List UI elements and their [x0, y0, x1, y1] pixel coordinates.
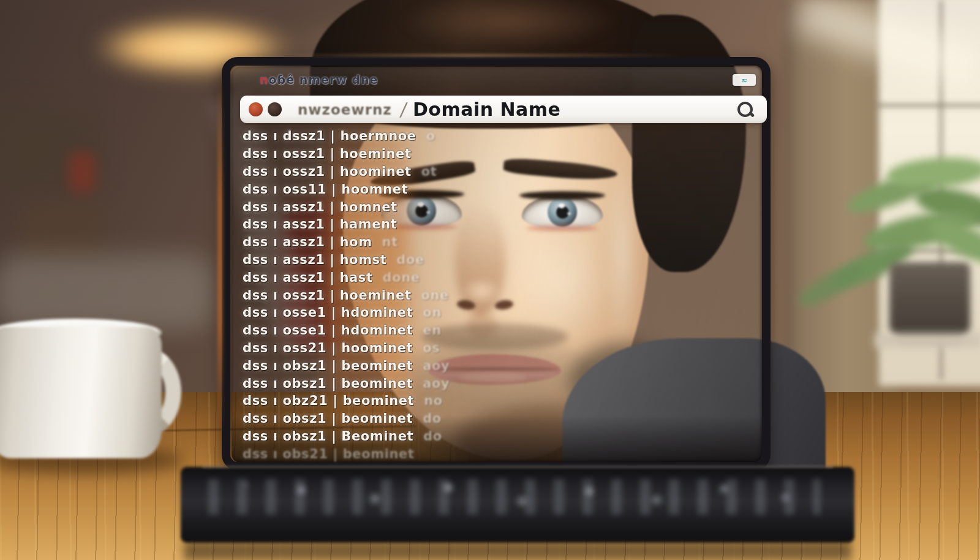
row-main-text: dss ı obz21 | beominet	[243, 393, 414, 408]
row-tail-text: en	[423, 323, 441, 338]
row-tail-text: one	[421, 288, 449, 303]
row-main-text: dss ı obsz1 | beominet	[243, 376, 413, 391]
row-main-text: dss ı obsz1 | Beominet	[243, 429, 413, 444]
domain-row[interactable]: dss ı obs21 | beominet	[243, 445, 708, 463]
domain-row[interactable]: dss ı osse1 | hdominet on	[243, 304, 708, 322]
scene: noɓê nmerw dne ≈ nwzoewrnz / Domain Name…	[0, 0, 980, 560]
domain-row[interactable]: dss ı obsz1 | Beominet do	[243, 428, 708, 445]
browser-badge[interactable]: ≈	[733, 74, 756, 86]
blurred-red-object	[69, 152, 96, 192]
plant-pot	[889, 262, 970, 341]
domain-row[interactable]: dss ı dssz1 | hoermnoe o	[243, 127, 708, 145]
row-tail-text: aoy	[423, 376, 450, 391]
row-tail-text: aoy	[423, 358, 450, 373]
windowsill	[875, 333, 980, 348]
keyboard-keys-blur	[208, 479, 821, 515]
table-reflection	[184, 542, 851, 560]
row-main-text: dss ı ossz1 | hoeminet	[243, 288, 412, 303]
search-query-garble: nwzoewrnz	[298, 102, 392, 118]
row-main-text: dss ı obs21 | beominet	[243, 447, 415, 461]
row-main-text: dss ı assz1 | hom	[243, 235, 372, 249]
magnifier-icon[interactable]	[737, 102, 753, 118]
row-tail-text: doe	[396, 252, 424, 267]
domain-row[interactable]: dss ı obsz1 | beominet aoy	[243, 357, 708, 374]
browser-title: noɓê nmerw dne	[260, 73, 378, 86]
row-tail-text: ot	[421, 164, 437, 179]
row-tail-text: os	[423, 341, 440, 355]
row-main-text: dss ı obsz1 | beominet	[243, 358, 413, 373]
bezel-top-light	[257, 54, 686, 57]
row-main-text: dss ı osse1 | hdominet	[243, 323, 413, 338]
domain-row[interactable]: dss ı oss11 | hoomnet	[243, 180, 708, 198]
teal-scribble-icon: ≈	[741, 76, 747, 85]
row-tail-text: do	[423, 429, 442, 444]
results-list: dss ı dssz1 | hoermnoe o dss ı ossz1 | h…	[243, 127, 708, 463]
row-main-text: dss ı obsz1 | beominet	[243, 411, 413, 426]
window-control-dot-red[interactable]	[249, 102, 263, 116]
window-control-dot-dark[interactable]	[268, 102, 282, 116]
domain-row[interactable]: dss ı obsz1 | beominet aoy	[243, 374, 708, 392]
domain-row[interactable]: dss ı assz1 | hom nt	[243, 233, 708, 251]
row-main-text: dss ı assz1 | hament	[243, 217, 397, 232]
row-main-text: dss ı dssz1 | hoermnoe	[243, 129, 417, 143]
browser-title-text: oɓê nmerw dne	[269, 73, 379, 86]
laptop-hinge	[202, 466, 833, 468]
row-main-text: dss ı assz1 | homst	[243, 252, 386, 267]
domain-row[interactable]: dss ı assz1 | homst doe	[243, 251, 708, 269]
row-main-text: dss ı oss11 | hoomnet	[243, 182, 408, 197]
search-query-text: Domain Name	[413, 99, 561, 120]
row-main-text: dss ı osse1 | hdominet	[243, 305, 413, 320]
bezel-rim-light	[218, 74, 222, 435]
row-tail-text: nt	[382, 235, 398, 249]
domain-row[interactable]: dss ı oss21 | hoominet os	[243, 339, 708, 357]
domain-row[interactable]: dss ı osse1 | hdominet en	[243, 322, 708, 339]
domain-row[interactable]: dss ı ossz1 | hoeminet	[243, 145, 708, 163]
mug-body	[0, 327, 162, 458]
domain-row[interactable]: dss ı ossz1 | hoominet ot	[243, 163, 708, 181]
browser-title-accent: n	[260, 73, 269, 86]
row-tail-text: do	[423, 411, 442, 426]
domain-row[interactable]: dss ı ossz1 | hoeminet one	[243, 286, 708, 304]
domain-row[interactable]: dss ı obsz1 | beominet do	[243, 410, 708, 428]
domain-row[interactable]: dss ı assz1 | homnet	[243, 198, 708, 216]
search-separator: /	[399, 99, 408, 120]
row-tail-text: o	[426, 129, 435, 143]
window-mullion	[876, 103, 980, 108]
row-main-text: dss ı assz1 | hast	[243, 270, 373, 285]
row-main-text: dss ı ossz1 | hoominet	[243, 164, 412, 179]
keyboard-key-glints	[245, 484, 247, 486]
row-tail-text: on	[423, 305, 442, 320]
row-main-text: dss ı assz1 | homnet	[243, 200, 398, 214]
row-tail-text: no	[424, 393, 443, 408]
row-main-text: dss ı ossz1 | hoeminet	[243, 146, 412, 161]
search-bar[interactable]: nwzoewrnz / Domain Name	[240, 96, 767, 123]
row-tail-text: done	[383, 270, 420, 285]
domain-row[interactable]: dss ı assz1 | hast done	[243, 268, 708, 286]
domain-row[interactable]: dss ı assz1 | hament	[243, 216, 708, 233]
domain-row[interactable]: dss ı obz21 | beominet no	[243, 392, 708, 410]
row-main-text: dss ı oss21 | hoominet	[243, 341, 413, 355]
